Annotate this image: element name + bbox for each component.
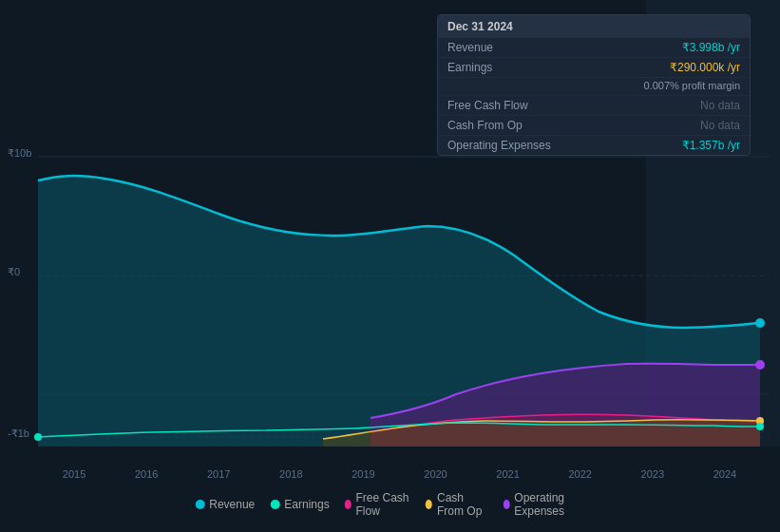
tooltip-label-cashfromop: Cash From Op bbox=[447, 119, 523, 132]
x-label-2018: 2018 bbox=[279, 468, 302, 480]
svg-point-10 bbox=[756, 423, 764, 430]
tooltip-value-cashfromop: No data bbox=[700, 119, 740, 132]
legend-label-cashfromop: Cash From Op bbox=[437, 491, 488, 518]
tooltip-row-fcf: Free Cash Flow No data bbox=[438, 96, 750, 116]
tooltip-row-opex: Operating Expenses ₹1.357b /yr bbox=[438, 136, 750, 155]
tooltip-value-fcf: No data bbox=[700, 99, 740, 112]
legend-item-fcf[interactable]: Free Cash Flow bbox=[345, 491, 411, 518]
tooltip-label-fcf: Free Cash Flow bbox=[447, 99, 528, 112]
tooltip-label-revenue: Revenue bbox=[447, 41, 493, 54]
x-label-2020: 2020 bbox=[424, 468, 447, 480]
x-label-2016: 2016 bbox=[135, 468, 158, 480]
x-label-2017: 2017 bbox=[207, 468, 230, 480]
tooltip-row-cashfromop: Cash From Op No data bbox=[438, 116, 750, 136]
y-label-bottom: -₹1b bbox=[8, 428, 29, 440]
legend-label-revenue: Revenue bbox=[209, 498, 255, 511]
legend-item-cashfromop[interactable]: Cash From Op bbox=[426, 491, 487, 518]
tooltip-value-revenue: ₹3.998b /yr bbox=[682, 41, 740, 54]
tooltip-card: Dec 31 2024 Revenue ₹3.998b /yr Earnings… bbox=[437, 14, 751, 156]
x-label-2024: 2024 bbox=[713, 468, 736, 480]
tooltip-row-earnings: Earnings ₹290.000k /yr bbox=[438, 58, 750, 78]
svg-point-7 bbox=[755, 360, 765, 370]
legend-dot-cashfromop bbox=[426, 500, 432, 509]
tooltip-label-earnings: Earnings bbox=[447, 61, 492, 74]
tooltip-label-opex: Operating Expenses bbox=[447, 139, 551, 152]
legend-label-opex: Operating Expenses bbox=[514, 491, 584, 518]
tooltip-value-earnings: ₹290.000k /yr bbox=[670, 61, 740, 74]
legend-item-revenue[interactable]: Revenue bbox=[195, 498, 255, 511]
legend-item-opex[interactable]: Operating Expenses bbox=[503, 491, 584, 518]
chart-container: ₹10b ₹0 -₹1b 2015 2016 2017 2018 2019 20… bbox=[0, 0, 780, 532]
svg-point-6 bbox=[755, 318, 765, 328]
x-axis-labels: 2015 2016 2017 2018 2019 2020 2021 2022 … bbox=[0, 468, 780, 480]
legend-dot-opex bbox=[503, 500, 509, 509]
legend-label-earnings: Earnings bbox=[284, 498, 329, 511]
legend-dot-fcf bbox=[345, 500, 352, 509]
x-label-2019: 2019 bbox=[352, 468, 374, 480]
legend-label-fcf: Free Cash Flow bbox=[355, 491, 410, 518]
legend: Revenue Earnings Free Cash Flow Cash Fro… bbox=[195, 491, 585, 518]
x-label-2022: 2022 bbox=[568, 468, 591, 480]
profit-margin-row: 0.007% profit margin bbox=[438, 78, 750, 96]
x-label-2021: 2021 bbox=[496, 468, 519, 480]
svg-point-11 bbox=[34, 433, 42, 441]
tooltip-value-opex: ₹1.357b /yr bbox=[682, 139, 740, 152]
x-label-2015: 2015 bbox=[63, 468, 86, 480]
tooltip-row-revenue: Revenue ₹3.998b /yr bbox=[438, 38, 750, 58]
legend-dot-revenue bbox=[195, 500, 204, 509]
y-label-top: ₹10b bbox=[8, 147, 31, 160]
legend-dot-earnings bbox=[270, 500, 279, 509]
y-label-mid: ₹0 bbox=[8, 266, 20, 278]
x-label-2023: 2023 bbox=[641, 468, 664, 480]
tooltip-title: Dec 31 2024 bbox=[438, 15, 750, 38]
legend-item-earnings[interactable]: Earnings bbox=[270, 498, 329, 511]
